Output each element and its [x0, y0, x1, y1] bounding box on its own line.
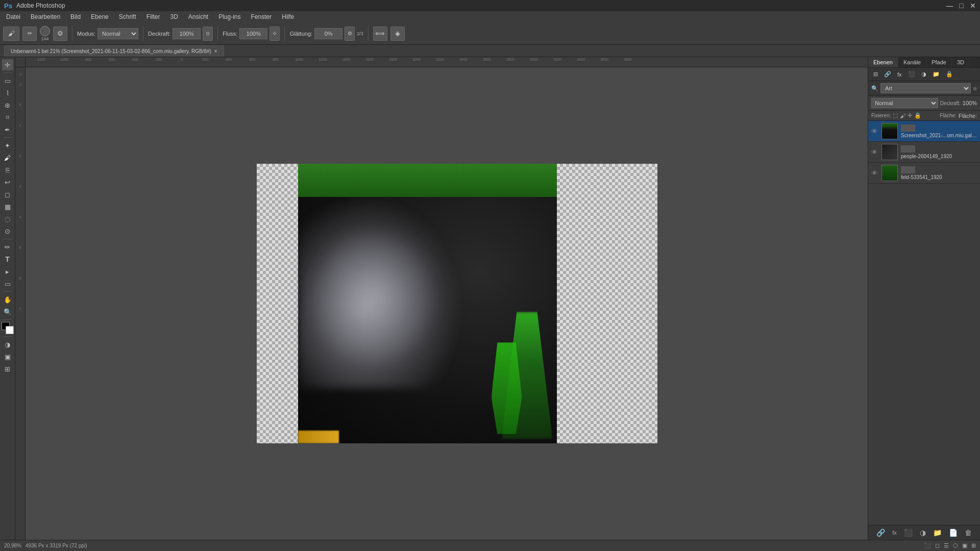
lock-position-btn[interactable]: ✛: [908, 112, 912, 119]
tab-3d[interactable]: 3D: [952, 57, 970, 67]
eyedropper-tool[interactable]: ✒: [2, 124, 13, 135]
status-btn-4[interactable]: ⬡: [953, 542, 958, 549]
menu-hilfe[interactable]: Hilfe: [278, 12, 298, 21]
healing-tool[interactable]: ✦: [2, 140, 13, 151]
tool-preset-btn[interactable]: 🖌: [3, 27, 19, 41]
layer-fx-icon[interactable]: fx: [895, 70, 904, 79]
maximize-button[interactable]: □: [960, 2, 964, 10]
gradient-tool[interactable]: ▦: [2, 201, 13, 212]
brush-tool[interactable]: 🖌: [2, 152, 13, 163]
artboard-btn[interactable]: ⊞: [2, 363, 13, 374]
airbrush-btn[interactable]: ✧: [270, 27, 280, 41]
tab-pfade[interactable]: Pfade: [926, 57, 952, 67]
brush-size-preview[interactable]: [40, 26, 50, 36]
deckraft-input[interactable]: 100%: [173, 28, 201, 39]
layer-delete-action-btn[interactable]: 🗑: [962, 528, 974, 538]
screen-mode-btn[interactable]: ▣: [2, 351, 13, 362]
zoom-tool[interactable]: 🔍: [2, 306, 13, 317]
fluss-input[interactable]: 100%: [239, 28, 267, 39]
blend-mode-select[interactable]: Normal: [871, 98, 938, 108]
sep1: [72, 27, 72, 41]
move-tool[interactable]: ✛: [2, 59, 13, 70]
blur-tool[interactable]: ◌: [2, 213, 13, 224]
layer-item[interactable]: 👁 feld-533541_1920: [868, 163, 980, 184]
layer-search-select[interactable]: Art: [880, 83, 971, 93]
rtick-400: 400: [226, 58, 232, 61]
layer-new-action-btn[interactable]: 📄: [946, 528, 960, 538]
type-tool[interactable]: T: [2, 254, 13, 265]
clone-tool[interactable]: ⎘: [2, 164, 13, 176]
glattung-options-btn[interactable]: ⚙: [345, 27, 355, 41]
minimize-button[interactable]: —: [946, 2, 953, 10]
app-title: Adobe Photoshop: [16, 2, 65, 9]
layer-mask-action-btn[interactable]: ⬛: [901, 528, 915, 538]
status-btn-2[interactable]: ◻: [935, 542, 940, 549]
rtick-1600: 1600: [365, 58, 374, 61]
history-brush-tool[interactable]: ↩: [2, 177, 13, 188]
quick-mask-btn[interactable]: ◑: [2, 339, 13, 350]
crop-tool[interactable]: ⌗: [2, 112, 13, 123]
menu-bild[interactable]: Bild: [66, 12, 85, 21]
pressure-btn[interactable]: ◈: [390, 27, 405, 41]
window-controls[interactable]: — □ ✕: [946, 2, 976, 10]
marquee-tool[interactable]: ▭: [2, 75, 13, 86]
menu-plugins[interactable]: Plug-ins: [214, 12, 244, 21]
lock-transparent-btn[interactable]: ⬚: [893, 112, 898, 119]
deckraft-options-btn[interactable]: ⊙: [203, 27, 213, 41]
background-color[interactable]: [6, 326, 14, 334]
layer-link-icon[interactable]: 🔗: [882, 70, 893, 79]
layer-filter-icon[interactable]: ⊟: [871, 70, 880, 79]
layer-item[interactable]: 👁 Screenshot_2021-...om.miu.gallery: [868, 121, 980, 142]
pen-tool[interactable]: ✏: [2, 241, 13, 253]
brush-options-btn[interactable]: ⚙: [53, 27, 67, 41]
status-btn-6[interactable]: ⊞: [971, 542, 976, 549]
layer-fx-action-btn[interactable]: fx: [890, 529, 899, 537]
canvas-area[interactable]: -1200 -1000 -800 -600 -400 -200 0 200 40…: [15, 57, 868, 540]
layer-visibility-toggle[interactable]: 👁: [871, 128, 878, 135]
tab-kanale[interactable]: Kanäle: [898, 57, 926, 67]
filter-toggle[interactable]: ⊛: [973, 86, 977, 91]
layer-lock-all-icon[interactable]: 🔒: [944, 70, 955, 79]
status-btn-1[interactable]: ⬛: [924, 542, 931, 549]
quick-select-tool[interactable]: ⊛: [2, 99, 13, 111]
left-toolbox: ✛ ▭ ⌇ ⊛ ⌗ ✒ ✦ 🖌 ⎘ ↩ ◻ ▦ ◌ ⊙ ✏ T ▸ ▭ ✋ 🔍 …: [0, 57, 15, 540]
color-swatches[interactable]: [2, 322, 14, 334]
menu-ebene[interactable]: Ebene: [87, 12, 113, 21]
status-btn-3[interactable]: ☰: [944, 542, 949, 549]
layer-link-action-btn[interactable]: 🔗: [874, 528, 888, 538]
menu-filter[interactable]: Filter: [142, 12, 164, 21]
menu-3d[interactable]: 3D: [166, 12, 182, 21]
menu-datei[interactable]: Datei: [2, 12, 24, 21]
modus-select[interactable]: Normal: [97, 28, 138, 39]
layers-toolbar: ⊟ 🔗 fx ⬛ ◑ 📁 🔒: [868, 68, 980, 81]
layer-visibility-toggle[interactable]: 👁: [871, 169, 878, 177]
document-tab[interactable]: Unbenannt-1 bei 21% (Screenshot_2021-06-…: [4, 45, 224, 57]
canvas-content[interactable]: [26, 67, 868, 540]
dodge-tool[interactable]: ⊙: [2, 226, 13, 237]
close-button[interactable]: ✕: [970, 2, 976, 10]
menu-ansicht[interactable]: Ansicht: [184, 12, 212, 21]
layer-adjustment-icon[interactable]: ◑: [919, 70, 928, 79]
tab-ebenen[interactable]: Ebenen: [868, 57, 898, 67]
hand-tool[interactable]: ✋: [2, 294, 13, 305]
path-select-tool[interactable]: ▸: [2, 266, 13, 277]
layer-group-icon[interactable]: 📁: [930, 70, 942, 79]
lock-all-btn[interactable]: 🔒: [914, 112, 921, 119]
menu-fenster[interactable]: Fenster: [247, 12, 276, 21]
menu-bearbeiten[interactable]: Bearbeiten: [27, 12, 64, 21]
layer-adjustment-action-btn[interactable]: ◑: [917, 528, 928, 538]
eraser-tool[interactable]: ◻: [2, 189, 13, 200]
brush-toggle[interactable]: ✏: [22, 27, 37, 41]
glattung-input[interactable]: 0%: [314, 28, 342, 39]
tab-close-button[interactable]: ×: [214, 48, 217, 54]
layer-item[interactable]: 👁 people-2604149_1920: [868, 142, 980, 163]
symmetry-btn[interactable]: ⟺: [373, 27, 387, 41]
menu-schrift[interactable]: Schrift: [115, 12, 140, 21]
shape-tool[interactable]: ▭: [2, 278, 13, 289]
layer-visibility-toggle[interactable]: 👁: [871, 148, 878, 156]
lock-image-btn[interactable]: 🖌: [900, 113, 905, 119]
status-btn-5[interactable]: ▣: [962, 542, 967, 549]
layer-mask-icon[interactable]: ⬛: [906, 70, 917, 79]
lasso-tool[interactable]: ⌇: [2, 87, 13, 98]
layer-group-action-btn[interactable]: 📁: [930, 528, 944, 538]
